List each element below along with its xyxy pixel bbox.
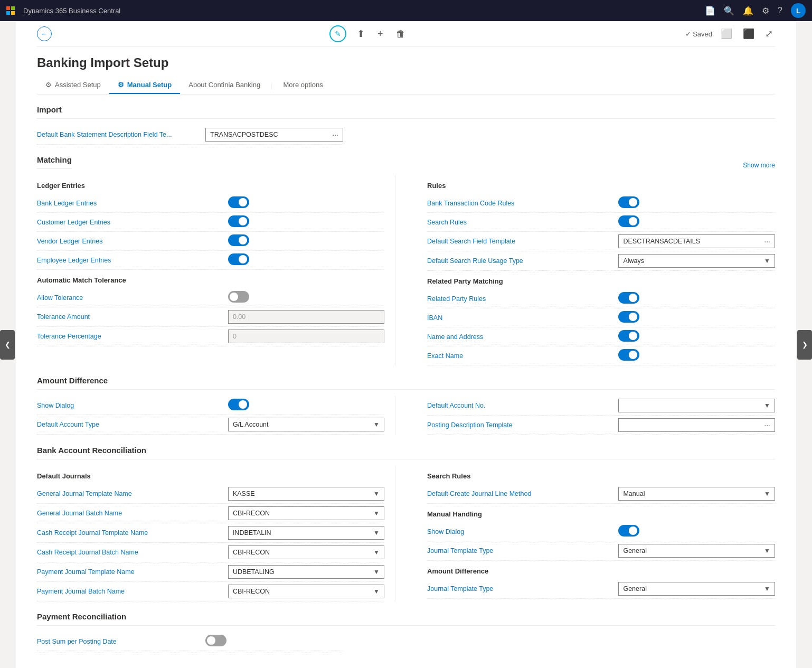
manual-handling-subtitle: Manual Handling [427, 510, 775, 518]
toggle-bank-ledger[interactable] [228, 196, 249, 208]
input-posting-description-template[interactable]: ··· [618, 418, 775, 432]
toggle-show-dialog-manual[interactable] [618, 525, 639, 537]
input-default-bank-statement[interactable]: TRANSACPOSTDESC ··· [205, 128, 343, 142]
toggle-iban[interactable] [618, 311, 639, 323]
lookup-dots-icon-3[interactable]: ··· [764, 421, 770, 429]
field-allow-tolerance: Allow Tolerance [37, 288, 384, 307]
lookup-dots-icon[interactable]: ··· [332, 130, 338, 139]
field-bank-ledger: Bank Ledger Entries [37, 194, 384, 213]
import-section-title: Import [37, 105, 775, 119]
select-default-create-journal-line[interactable]: Manual ▼ [618, 487, 775, 501]
input-tolerance-amount: 0.00 [228, 310, 384, 324]
field-bank-transaction-code-rules: Bank Transaction Code Rules [427, 194, 775, 213]
field-default-search-rule-usage-type: Default Search Rule Usage Type Always ▼ [427, 251, 775, 271]
chevron-down-icon: ▼ [764, 257, 770, 265]
chevron-left-icon: ❮ [5, 341, 11, 349]
delete-button[interactable]: 🗑 [394, 26, 408, 42]
user-avatar[interactable]: L [791, 3, 806, 18]
share-button[interactable]: ⬆ [355, 26, 367, 42]
toggle-name-and-address[interactable] [618, 330, 639, 342]
edit-button[interactable]: ✎ [329, 25, 346, 42]
tab-about-continia[interactable]: About Continia Banking [180, 77, 269, 94]
toggle-vendor-ledger[interactable] [228, 234, 249, 246]
field-tolerance-pct: Tolerance Percentage 0 [37, 327, 384, 346]
main-wrapper: ❮ ← ✎ ⬆ + 🗑 ✓ Saved ⬜ ⬛ ⤢ [0, 21, 812, 668]
field-posting-description-template: Posting Description Template ··· [427, 416, 775, 435]
bell-icon[interactable]: 🔔 [743, 6, 753, 16]
field-customer-ledger: Customer Ledger Entries [37, 213, 384, 232]
back-button[interactable]: ← [37, 26, 52, 41]
select-journal-template-type-manual[interactable]: General ▼ [618, 544, 775, 558]
search-icon[interactable]: 🔍 [724, 6, 734, 16]
toggle-exact-name[interactable] [618, 349, 639, 361]
toggle-search-rules[interactable] [618, 215, 639, 227]
payment-reconciliation-title: Payment Reconciliation [37, 612, 775, 626]
chevron-down-icon-12: ▼ [764, 585, 770, 592]
next-nav-button[interactable]: ❯ [797, 330, 812, 360]
toggle-show-dialog-amount[interactable] [228, 399, 249, 410]
field-default-search-field-template: Default Search Field Template DESCTRANSA… [427, 232, 775, 251]
input-default-search-field-template[interactable]: DESCTRANSACDETAILS ··· [618, 234, 775, 248]
select-cash-receipt-journal-template[interactable]: INDBETALIN ▼ [228, 526, 384, 540]
toggle-employee-ledger[interactable] [228, 253, 249, 265]
select-default-account-type[interactable]: G/L Account ▼ [228, 418, 384, 431]
related-party-subtitle: Related Party Matching [427, 277, 775, 285]
chevron-down-icon-10: ▼ [764, 490, 770, 497]
tab-assisted-setup[interactable]: ⚙ Assisted Setup [37, 77, 109, 94]
chevron-down-icon-9: ▼ [373, 588, 380, 595]
field-show-dialog-amount: Show Dialog [37, 396, 384, 415]
layout1-button[interactable]: ⬜ [719, 26, 734, 42]
tab-more-options[interactable]: More options [275, 77, 332, 94]
matching-section-title: Matching [37, 155, 72, 169]
chevron-down-icon-4: ▼ [373, 490, 380, 497]
select-default-account-no[interactable]: ▼ [618, 399, 775, 412]
prev-nav-button[interactable]: ❮ [0, 330, 15, 360]
field-journal-template-type-manual: Journal Template Type General ▼ [427, 541, 775, 561]
field-iban: IBAN [427, 308, 775, 327]
saved-indicator: ✓ Saved [685, 30, 712, 38]
add-button[interactable]: + [375, 26, 385, 42]
fullscreen-button[interactable]: ⤢ [763, 26, 775, 42]
toggle-related-party-rules[interactable] [618, 292, 639, 304]
layout2-button[interactable]: ⬛ [741, 26, 757, 42]
select-cash-receipt-journal-batch[interactable]: CBI-RECON ▼ [228, 545, 384, 559]
select-general-journal-template[interactable]: KASSE ▼ [228, 487, 384, 501]
toolbar: ← ✎ ⬆ + 🗑 ✓ Saved ⬜ ⬛ ⤢ [37, 21, 775, 47]
chevron-right-icon: ❯ [802, 341, 808, 349]
field-journal-template-type-amount-diff: Journal Template Type General ▼ [427, 579, 775, 599]
chevron-down-icon-8: ▼ [373, 568, 380, 576]
toggle-post-sum-per-posting-date[interactable] [205, 635, 226, 646]
select-default-search-rule-usage-type[interactable]: Always ▼ [618, 254, 775, 268]
bank-account-recon-right: Search Rules Default Create Journal Line… [417, 466, 775, 601]
matching-show-more[interactable]: Show more [743, 162, 775, 169]
amount-difference-left: Show Dialog Default Account Type G/L Acc… [37, 396, 395, 435]
toggle-bank-transaction-code-rules[interactable] [618, 196, 639, 208]
field-default-account-type: Default Account Type G/L Account ▼ [37, 415, 384, 435]
toggle-customer-ledger[interactable] [228, 215, 249, 227]
field-cash-receipt-journal-batch: Cash Receipt Journal Batch Name CBI-RECO… [37, 543, 384, 562]
help-icon[interactable]: ? [778, 6, 782, 15]
field-search-rules: Search Rules [427, 213, 775, 232]
select-payment-journal-template[interactable]: UDBETALING ▼ [228, 565, 384, 579]
select-payment-journal-batch[interactable]: CBI-RECON ▼ [228, 585, 384, 598]
select-journal-template-type-amount-diff[interactable]: General ▼ [618, 582, 775, 596]
page-content: ← ✎ ⬆ + 🗑 ✓ Saved ⬜ ⬛ ⤢ Banking Import S… [16, 21, 796, 668]
top-bar: Dynamics 365 Business Central 📄 🔍 🔔 ⚙ ? … [0, 0, 812, 21]
import-section: Import Default Bank Statement Descriptio… [37, 105, 775, 145]
settings-icon[interactable]: ⚙ [762, 6, 769, 16]
chevron-down-icon-2: ▼ [373, 421, 380, 428]
matching-section: Matching Show more Ledger Entries Bank L… [37, 155, 775, 365]
tab-manual-setup[interactable]: ⚙ Manual Setup [109, 77, 181, 94]
lookup-dots-icon-2[interactable]: ··· [764, 237, 770, 246]
matching-two-col: Ledger Entries Bank Ledger Entries Custo… [37, 175, 775, 365]
toggle-allow-tolerance[interactable] [228, 291, 249, 303]
file-icon[interactable]: 📄 [705, 6, 715, 16]
back-icon: ← [41, 30, 48, 38]
ms-logo-icon [6, 6, 15, 15]
field-general-journal-batch: General Journal Batch Name CBI-RECON ▼ [37, 504, 384, 523]
matching-left-col: Ledger Entries Bank Ledger Entries Custo… [37, 175, 395, 365]
select-general-journal-batch[interactable]: CBI-RECON ▼ [228, 506, 384, 520]
bank-account-reconciliation-title: Bank Account Reconciliation [37, 446, 775, 459]
chevron-down-icon-6: ▼ [373, 529, 380, 537]
edit-icon: ✎ [335, 30, 341, 38]
